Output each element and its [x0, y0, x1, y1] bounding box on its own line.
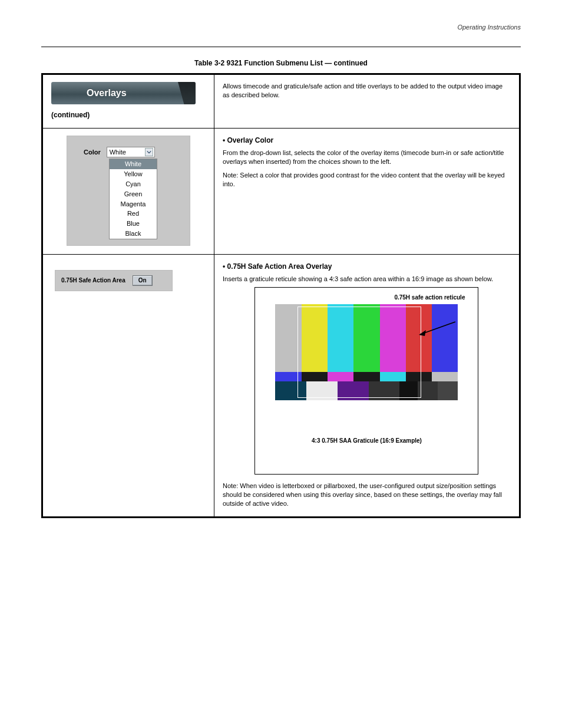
chevron-down-icon[interactable]	[145, 148, 153, 156]
safe-action-note: Note: When video is letterboxed or pilla…	[223, 482, 502, 507]
table-row: Color White White Yellow Cyan	[42, 129, 520, 255]
safe-action-label: 0.75H Safe Action Area	[61, 276, 125, 285]
header-right-text: Operating Instructions	[457, 24, 521, 31]
color-select-value: White	[110, 148, 126, 157]
svg-marker-1	[419, 330, 426, 336]
bars-figure-frame: 0.75H safe action reticule	[254, 287, 478, 475]
safe-action-panel: 0.75H Safe Action Area On	[55, 270, 173, 291]
overlays-right-text: Allows timecode and graticule/safe actio…	[223, 82, 511, 100]
bars-caption: 4:3 0.75H SAA Graticule (16:9 Example)	[265, 437, 468, 445]
function-table: Overlays (continued) Allows timecode and…	[41, 73, 521, 518]
color-option[interactable]: Magenta	[110, 199, 157, 209]
color-options-list[interactable]: White Yellow Cyan Green Magenta Red Blue…	[109, 159, 157, 239]
color-option[interactable]: Black	[110, 229, 157, 239]
color-option[interactable]: Blue	[110, 219, 157, 229]
color-title: • Overlay Color	[223, 136, 511, 145]
color-panel: Color White White Yellow Cyan	[67, 136, 190, 246]
color-option[interactable]: Yellow	[110, 169, 157, 179]
color-option[interactable]: Red	[110, 209, 157, 219]
table-row: 0.75H Safe Action Area On • 0.75H Safe A…	[42, 254, 520, 517]
color-bars-image	[275, 304, 458, 400]
color-field-label: Color	[84, 148, 101, 157]
safe-action-title: • 0.75H Safe Action Area Overlay	[223, 262, 511, 271]
table-caption: Table 3-2 9321 Function Submenu List — c…	[41, 59, 521, 67]
arrow-label: 0.75H safe action reticule	[394, 294, 465, 302]
color-note: Note: Select a color that provides good …	[223, 172, 505, 187]
arrow-icon	[415, 321, 457, 341]
color-select[interactable]: White	[107, 147, 155, 157]
table-row: Overlays (continued) Allows timecode and…	[42, 74, 520, 129]
overlays-tab-label: Overlays	[87, 87, 127, 100]
safe-action-desc: Inserts a graticule reticule showing a 4…	[223, 275, 511, 284]
safe-action-on-button[interactable]: On	[133, 275, 153, 286]
overlays-continued-label: (continued)	[51, 110, 206, 120]
color-option[interactable]: Cyan	[110, 179, 157, 189]
color-desc: From the drop-down list, selects the col…	[223, 149, 511, 166]
color-option[interactable]: White	[110, 159, 157, 169]
color-option[interactable]: Green	[110, 189, 157, 199]
svg-line-0	[422, 322, 455, 334]
overlays-tab[interactable]: Overlays	[51, 82, 196, 104]
